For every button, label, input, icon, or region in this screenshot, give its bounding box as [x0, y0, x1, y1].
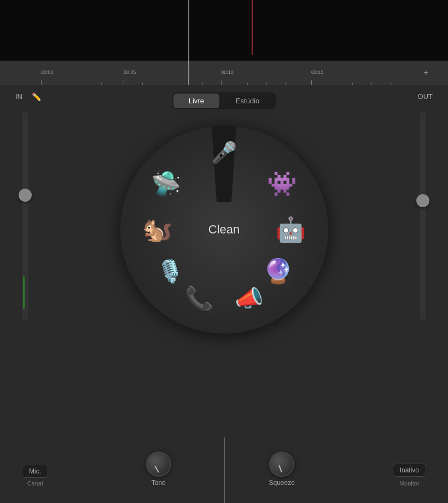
ruler-10-label: 00:10 [221, 69, 234, 75]
main-content: IN ✏️ OUT Livre Estúdio Clean 🎤 🛸 👾 [0, 85, 448, 503]
canal-label: Canal [27, 480, 43, 487]
ruler-15-label: 00:15 [311, 69, 324, 75]
oldmic-effect[interactable]: 🎙️ [156, 259, 184, 284]
playhead-line [188, 0, 189, 85]
squirrel-effect[interactable]: 🐿️ [142, 215, 172, 244]
output-level-handle[interactable] [416, 194, 429, 207]
mic-selector[interactable]: Mic. [22, 465, 48, 478]
squeeze-knob-indicator [278, 465, 282, 473]
tab-estudio[interactable]: Estúdio [220, 93, 275, 108]
add-track-button[interactable]: + [421, 67, 432, 78]
out-label: OUT [418, 92, 433, 101]
microphone-effect[interactable]: 🎤 [211, 141, 237, 165]
ruler-00-label: 00:00 [41, 69, 54, 75]
monitor-selector[interactable]: Inativo [393, 464, 426, 477]
input-level-meter [23, 276, 25, 309]
tone-knob-indicator [154, 465, 159, 472]
edit-icon[interactable]: ✏️ [32, 92, 41, 101]
effect-wheel-container: Clean 🎤 🛸 👾 🐿️ 🤖 🎙️ 🔮 📞 📣 [120, 126, 328, 334]
output-level-slider[interactable] [420, 112, 426, 320]
record-indicator-line [252, 0, 253, 55]
ruler-05-label: 00:05 [124, 69, 136, 75]
input-level-slider[interactable] [22, 112, 28, 320]
orb-effect[interactable]: 🔮 [263, 257, 293, 285]
robot-effect[interactable]: 🤖 [276, 215, 306, 244]
mic-canal-control: Mic. Canal [22, 465, 48, 487]
bottom-indicator-line [224, 437, 225, 503]
in-label: IN [15, 92, 22, 101]
effect-wheel[interactable]: Clean 🎤 🛸 👾 🐿️ 🤖 🎙️ 🔮 📞 📣 [120, 126, 328, 334]
tone-label: Tone [152, 479, 166, 487]
telephone-effect[interactable]: 📞 [185, 285, 213, 312]
monitor-control: Inativo Monitor [393, 464, 426, 487]
center-effect-label: Clean [208, 223, 240, 237]
squeeze-monitor-controls: Squeeze [269, 452, 295, 487]
monitor-label: Monitor [399, 480, 420, 487]
timeline-ruler: 00:00 00:05 00:10 00:15 [0, 61, 448, 85]
tone-knob[interactable] [146, 452, 171, 477]
tone-control: Tone [146, 452, 171, 487]
alien-effect[interactable]: 🛸 [151, 169, 181, 198]
squeeze-knob[interactable] [269, 452, 294, 477]
input-level-handle[interactable] [19, 189, 32, 202]
tab-livre[interactable]: Livre [173, 93, 219, 108]
squeeze-control: Squeeze [269, 452, 295, 487]
monster-effect[interactable]: 👾 [267, 169, 297, 198]
squeeze-label: Squeeze [269, 479, 295, 487]
mode-tabs: Livre Estúdio [172, 92, 276, 109]
megaphone-effect[interactable]: 📣 [235, 285, 263, 312]
